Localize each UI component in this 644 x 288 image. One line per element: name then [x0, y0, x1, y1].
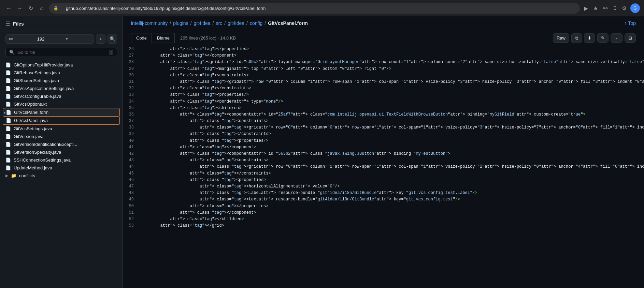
table-row: 48 attr"> class="tag"><labelattr"> resou…: [123, 190, 644, 196]
avatar[interactable]: G: [630, 3, 640, 13]
list-item[interactable]: 📄 GitVcsOptions.kt: [0, 100, 123, 108]
line-content: attr"> class="tag"><gridattr"> row="0"at…: [139, 79, 644, 85]
tab-blame[interactable]: Blame: [152, 33, 175, 43]
code-area[interactable]: 26 attr"> class="tag"></properties>27 at…: [123, 46, 644, 288]
file-name: GitVcsPanel.java: [14, 118, 117, 123]
file-name: GitVcsConfigurable.java: [14, 94, 117, 99]
download-button[interactable]: ⬇: [584, 33, 595, 43]
table-row: 51 attr"> class="tag"></component>: [123, 210, 644, 216]
list-item-active[interactable]: ● 📄 GitVcsPanel.form: [3, 108, 120, 117]
more-button[interactable]: ⋯: [611, 33, 622, 43]
table-row: 40 attr"> class="tag"><properties/>: [123, 138, 644, 144]
line-number: 39: [123, 131, 139, 137]
sidebar-expand-icon[interactable]: ☰: [5, 20, 10, 27]
top-link[interactable]: ↑ Top: [624, 20, 636, 26]
line-content: attr"> class="tag"><properties>: [139, 177, 644, 183]
branch-selector[interactable]: ⚩ 192 ▼: [5, 34, 94, 44]
list-item[interactable]: 📄 GitVcsApplicationSettings.java: [0, 85, 123, 92]
search-files-button[interactable]: 🔍: [108, 34, 117, 44]
file-icon: 📄: [5, 94, 11, 99]
line-number: 34: [123, 98, 139, 105]
search-bar[interactable]: 🔍 t: [5, 48, 117, 57]
breadcrumb-link-config[interactable]: config: [250, 20, 262, 26]
active-indicator: ●: [3, 110, 6, 115]
line-number: 48: [123, 190, 139, 196]
cast-icon[interactable]: ▶: [583, 5, 589, 12]
add-file-button[interactable]: +: [96, 34, 105, 44]
file-name: GitVcsOptions.kt: [14, 102, 117, 107]
table-row: 36 attr"> class="tag"><componentattr"> i…: [123, 111, 644, 118]
table-row: 41 attr"> class="tag"></component>: [123, 144, 644, 151]
address-bar[interactable]: [60, 3, 576, 14]
table-row: 35 attr"> class="tag"><children>: [123, 105, 644, 111]
breadcrumb-link-src[interactable]: src: [216, 20, 222, 26]
list-item[interactable]: 📄 GitVcsSettings.java: [0, 125, 123, 133]
panel-button[interactable]: ⊞: [625, 33, 636, 43]
breadcrumb-link-plugins[interactable]: plugins: [173, 20, 188, 26]
profile-icon[interactable]: ⚙: [621, 5, 628, 12]
file-icon: 📄: [5, 165, 11, 170]
list-item[interactable]: 📄 GitVersionSpecialty.java: [0, 148, 123, 156]
folder-item-conflicts[interactable]: ▶ 📁 conflicts: [0, 172, 123, 180]
table-row: 30 attr"> class="tag"><constraints>: [123, 72, 644, 79]
line-number: 27: [123, 52, 139, 59]
breadcrumb-link-git4idea[interactable]: git4idea: [194, 20, 211, 26]
line-content: attr"> class="tag"></grid>: [139, 223, 644, 229]
copy-button[interactable]: ⧉: [571, 33, 582, 43]
line-content: attr"> class="tag"><constraints>: [139, 118, 644, 124]
line-content: attr"> class="tag"></component>: [139, 144, 644, 151]
line-content: attr"> class="tag"><gridattr"> row="0"at…: [139, 164, 644, 170]
line-number: 31: [123, 79, 139, 85]
line-number: 42: [123, 151, 139, 157]
file-name: GitVersionSpecialty.java: [14, 150, 117, 155]
search-input[interactable]: [17, 50, 106, 55]
line-content: attr"> class="tag"></component>: [139, 210, 644, 216]
breadcrumb-link-repo[interactable]: intellij-community: [131, 20, 168, 26]
line-number: 36: [123, 111, 139, 118]
breadcrumb-link-git4idea2[interactable]: git4idea: [228, 20, 244, 26]
line-number: 44: [123, 164, 139, 170]
table-row: 26 attr"> class="tag"></properties>: [123, 46, 644, 52]
line-number: 32: [123, 85, 139, 92]
table-row: 27 attr"> class="tag"></component>: [123, 52, 644, 59]
table-row: 34 attr"> class="tag"><borderattr"> type…: [123, 98, 644, 105]
file-icon: 📄: [5, 86, 11, 91]
list-item-highlighted[interactable]: 📄 GitVcsPanel.java: [3, 117, 120, 125]
line-number: 51: [123, 210, 139, 216]
bookmark-icon[interactable]: ★: [592, 5, 599, 12]
table-row: 52 attr"> class="tag"></children>: [123, 216, 644, 223]
home-button[interactable]: ⌂: [37, 3, 46, 13]
line-number: 52: [123, 216, 139, 223]
forward-button[interactable]: →: [15, 3, 25, 13]
list-item[interactable]: 📄 GitSharedSettings.java: [0, 77, 123, 85]
list-item[interactable]: 📄 GitVcsConfigurable.java: [0, 92, 123, 100]
file-icon: 📄: [5, 62, 11, 67]
sidebar-title: Files: [13, 21, 24, 27]
table-row: 38 attr"> class="tag"><gridattr"> row="0…: [123, 124, 644, 131]
tab-code[interactable]: Code: [131, 33, 152, 43]
table-row: 39 attr"> class="tag"></constraints>: [123, 131, 644, 137]
download-icon[interactable]: ↧: [611, 5, 618, 12]
refresh-button[interactable]: ↻: [26, 3, 35, 13]
back-button[interactable]: ←: [4, 3, 14, 13]
list-item[interactable]: 📄 GitVersion.java: [0, 133, 123, 140]
file-name: GitSharedSettings.java: [14, 78, 117, 83]
line-content: attr"> class="tag"><borderattr"> type="n…: [139, 98, 644, 105]
list-item[interactable]: 📄 GitVersionIdentificationExcepti...: [0, 140, 123, 148]
line-number: 41: [123, 144, 139, 151]
list-item[interactable]: 📄 SSHConnectionSettings.java: [0, 156, 123, 164]
extension-icon[interactable]: ⚯: [602, 5, 609, 12]
raw-button[interactable]: Raw: [553, 33, 569, 43]
list-item[interactable]: 📄 GitOptionsTopHitProvider.java: [0, 61, 123, 69]
top-arrow-icon: ↑: [624, 20, 627, 26]
search-icon: 🔍: [9, 50, 15, 55]
file-icon: 📄: [5, 157, 11, 163]
list-item[interactable]: 📄 UpdateMethod.java: [0, 164, 123, 172]
edit-button[interactable]: ✎: [597, 33, 609, 43]
line-content: attr"> class="tag"><gridattr"> row="0"at…: [139, 124, 644, 131]
list-item[interactable]: 📄 GitRebaseSettings.java: [0, 69, 123, 77]
line-number: 26: [123, 46, 139, 52]
nav-buttons: ← → ↻ ⌂: [4, 3, 46, 13]
table-row: 45 attr"> class="tag"></constraints>: [123, 170, 644, 177]
folder-name: conflicts: [19, 173, 35, 178]
